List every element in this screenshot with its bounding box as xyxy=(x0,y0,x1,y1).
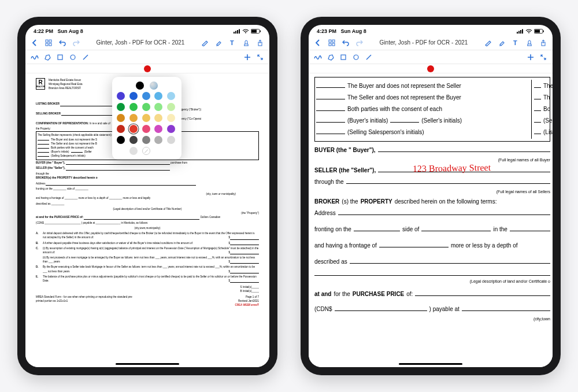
cut-th: Th xyxy=(543,93,550,103)
svg-rect-25 xyxy=(329,40,331,42)
stamp-icon[interactable] xyxy=(242,38,251,47)
city-town: (city, town or municipality) xyxy=(36,192,259,196)
color-swatch[interactable] xyxy=(167,125,175,133)
expand-icon[interactable] xyxy=(539,53,548,62)
battery-icon xyxy=(534,29,544,34)
color-swatch[interactable] xyxy=(117,114,125,122)
redo-icon[interactable] xyxy=(355,38,364,47)
undo-icon[interactable] xyxy=(341,38,350,47)
highlighter-icon[interactable] xyxy=(497,38,506,47)
term-row: C.(i) By assumption of existing mortgage… xyxy=(36,246,259,254)
freehand-tool-icon[interactable] xyxy=(313,53,323,62)
wifi-icon xyxy=(525,29,532,34)
color-swatch[interactable] xyxy=(117,125,125,133)
svg-rect-28 xyxy=(332,43,335,46)
home-indicator[interactable] xyxy=(116,363,179,365)
color-swatch[interactable] xyxy=(154,103,162,111)
color-swatch[interactable] xyxy=(129,114,138,122)
grid-icon[interactable] xyxy=(44,38,53,47)
document-canvas-right[interactable]: The Buyer and does not represent the Sel… xyxy=(309,73,553,367)
svg-rect-31 xyxy=(341,55,346,60)
color-swatch[interactable] xyxy=(154,125,162,133)
rep-buyer: The Buyer and does not represent the Sel… xyxy=(347,81,461,91)
cut-lis: (Lis xyxy=(543,127,553,138)
circle-tool-icon[interactable] xyxy=(351,53,361,62)
buyers-initials: (Buyer's initials) xyxy=(51,150,69,154)
color-swatch[interactable] xyxy=(167,103,175,111)
undo-icon[interactable] xyxy=(58,38,67,47)
address-label: Address xyxy=(36,182,46,185)
color-swatch[interactable] xyxy=(142,136,150,144)
color-swatch[interactable] xyxy=(167,136,175,144)
back-icon[interactable] xyxy=(30,38,39,47)
color-swatch[interactable] xyxy=(129,125,138,133)
color-swatch[interactable] xyxy=(154,114,162,122)
frontage1: and having a frontage of xyxy=(314,241,377,251)
for-the: for the xyxy=(334,289,350,299)
stamp-icon[interactable] xyxy=(525,38,534,47)
color-swatch[interactable] xyxy=(129,136,138,144)
color-swatch[interactable] xyxy=(167,92,175,100)
color-swatch[interactable] xyxy=(142,114,150,122)
through-the: through the xyxy=(314,177,344,187)
legal-desc: (Legal description of land and/or Certif… xyxy=(36,207,259,211)
confirmation-title: CONFIRMATION OF REPRESENTATION: xyxy=(36,122,88,125)
color-mode-sphere-icon[interactable] xyxy=(150,82,158,90)
add-icon[interactable] xyxy=(243,53,252,62)
pencil-icon[interactable] xyxy=(483,38,492,47)
color-swatch[interactable] xyxy=(117,136,125,144)
color-picker-popover[interactable] xyxy=(112,77,181,160)
buyers-initials: (Buyer's initials) xyxy=(347,116,388,126)
freehand-tool-icon[interactable] xyxy=(30,53,39,62)
home-indicator[interactable] xyxy=(399,363,462,365)
grid-icon[interactable] xyxy=(327,38,336,47)
page-num: Page 1 of 7 xyxy=(235,295,259,299)
color-swatch[interactable] xyxy=(129,92,138,100)
webforms: CREA WEBForms® xyxy=(235,303,259,307)
color-swatch[interactable] xyxy=(117,147,125,155)
svg-rect-27 xyxy=(329,43,331,46)
status-bar: 4:23 PM Sun Aug 8 xyxy=(309,25,553,35)
current-color-swatch[interactable] xyxy=(427,65,434,72)
document-title: Ginter, Josh - PDF for OCR - 2021 xyxy=(364,39,483,46)
color-swatch-none[interactable] xyxy=(142,147,150,155)
purchase-price: PURCHASE PRICE xyxy=(353,289,404,299)
color-mode-solid-icon[interactable] xyxy=(136,82,144,90)
pencil-icon[interactable] xyxy=(200,38,209,47)
line-tool-icon[interactable] xyxy=(81,53,90,62)
text-tool-icon[interactable]: T xyxy=(511,38,520,47)
square-tool-icon[interactable] xyxy=(55,53,65,62)
color-swatch[interactable] xyxy=(117,92,125,100)
rep-buyer: The Buyer and does not represent the S xyxy=(51,138,97,142)
confirmation-sub: In re e and sale of xyxy=(90,122,110,125)
color-swatch[interactable] xyxy=(154,136,162,144)
polygon-tool-icon[interactable] xyxy=(43,53,52,62)
polygon-tool-icon[interactable] xyxy=(326,53,335,62)
expand-icon[interactable] xyxy=(255,53,265,62)
cut-bo: Bo xyxy=(543,104,550,114)
color-swatch[interactable] xyxy=(129,147,138,155)
back-icon[interactable] xyxy=(313,38,323,47)
color-swatch[interactable] xyxy=(117,103,125,111)
share-icon[interactable] xyxy=(255,38,265,47)
svg-rect-20 xyxy=(522,29,523,34)
color-swatch[interactable] xyxy=(167,114,175,122)
add-icon[interactable] xyxy=(526,53,535,62)
color-swatch[interactable] xyxy=(142,103,150,111)
svg-rect-14 xyxy=(58,55,62,60)
square-tool-icon[interactable] xyxy=(339,53,348,62)
current-color-swatch[interactable] xyxy=(144,65,151,72)
redo-icon[interactable] xyxy=(72,38,81,47)
text-tool-icon[interactable]: T xyxy=(228,38,237,47)
share-icon[interactable] xyxy=(539,38,548,47)
circle-tool-icon[interactable] xyxy=(68,53,77,62)
rep-seller: The Seller and does not represent the B xyxy=(51,142,97,146)
color-swatch[interactable] xyxy=(142,92,150,100)
status-date: Sun Aug 8 xyxy=(341,28,366,34)
line-tool-icon[interactable] xyxy=(364,53,373,62)
color-swatch[interactable] xyxy=(129,103,138,111)
document-canvas-left[interactable]: R REALTOR Manitoba Real Estate Assoc Win… xyxy=(25,73,269,367)
color-swatch[interactable] xyxy=(142,125,150,133)
color-swatch[interactable] xyxy=(154,92,162,100)
highlighter-icon[interactable] xyxy=(214,38,223,47)
